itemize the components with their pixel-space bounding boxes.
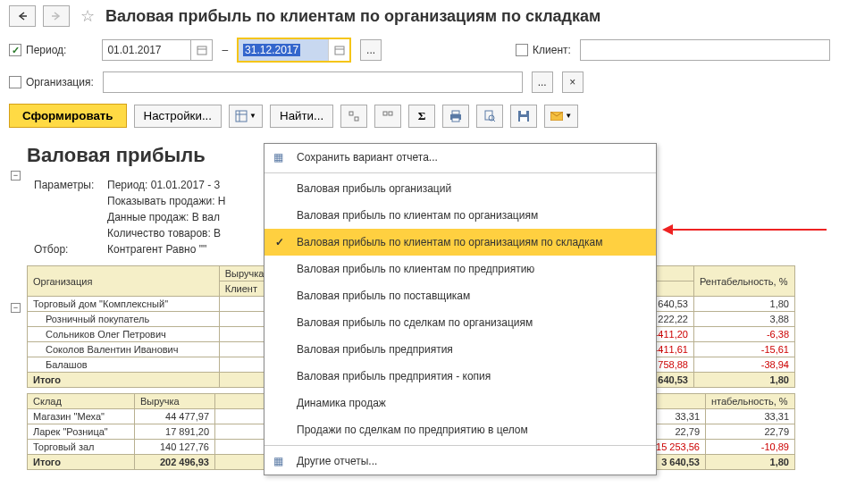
svg-rect-4 [335, 46, 344, 55]
svg-rect-2 [197, 46, 206, 55]
menu-report-variant[interactable]: Валовая прибыль по клиентам по предприят… [264, 256, 656, 282]
org-label: Организация: [26, 76, 94, 88]
date-separator: – [222, 44, 228, 56]
org-input[interactable] [103, 71, 523, 93]
menu-report-variant[interactable]: Валовая прибыль организаций [264, 175, 656, 202]
date-from-calendar-button[interactable] [191, 39, 213, 61]
org-select-button[interactable]: ... [532, 71, 553, 93]
collapse-button[interactable] [374, 105, 401, 128]
report-variant-menu: Сохранить вариант отчета... Валовая приб… [264, 143, 657, 470]
svg-rect-12 [389, 112, 392, 115]
menu-report-variant[interactable]: Валовая прибыль по поставщикам [264, 282, 656, 309]
menu-save-variant[interactable]: Сохранить вариант отчета... [264, 144, 656, 171]
org-checkbox[interactable] [9, 76, 21, 88]
favorite-star-icon[interactable]: ☆ [80, 6, 95, 26]
magnifier-page-icon [483, 110, 496, 122]
chevron-down-icon: ▼ [565, 112, 572, 120]
col-profit: Рентабельность, % [693, 266, 794, 297]
period-checkbox[interactable] [9, 44, 21, 56]
menu-report-variant[interactable]: Валовая прибыль по клиентам по организац… [264, 202, 656, 229]
menu-report-variant[interactable]: Динамика продаж [264, 390, 656, 416]
report-variant-dropdown-button[interactable]: ▼ [229, 105, 263, 128]
arrow-left-icon [17, 12, 28, 21]
client-input[interactable] [580, 39, 830, 61]
col-warehouse: Склад [28, 394, 135, 409]
table-icon [235, 110, 248, 122]
date-from-input[interactable]: 01.01.2017 [102, 39, 191, 61]
col-organization: Организация [28, 266, 220, 297]
menu-separator [264, 445, 656, 446]
svg-rect-6 [236, 111, 247, 122]
collapse-rows-icon [382, 110, 394, 122]
settings-button[interactable]: Настройки... [134, 105, 222, 128]
calendar-icon [197, 45, 207, 55]
find-button[interactable]: Найти... [270, 105, 333, 128]
period-select-button[interactable]: ... [360, 39, 382, 61]
menu-report-variant[interactable]: Валовая прибыль по сделкам по организаци… [264, 309, 656, 336]
col-profit: нтабельность, % [706, 394, 795, 409]
menu-report-variant[interactable]: Продажи по сделкам по предприятию в цело… [264, 416, 656, 443]
svg-rect-9 [349, 112, 353, 115]
print-button[interactable] [442, 105, 469, 128]
period-label: Период: [26, 44, 66, 56]
client-checkbox[interactable] [516, 44, 528, 56]
svg-rect-10 [355, 117, 358, 121]
chevron-down-icon: ▼ [249, 112, 256, 120]
nav-forward-button[interactable] [43, 5, 70, 27]
client-label: Клиент: [533, 44, 571, 56]
expand-rows-icon [348, 110, 360, 122]
col-revenue: Выручка [135, 394, 215, 409]
page-title: Валовая прибыль по клиентам по организац… [105, 7, 600, 26]
menu-separator [264, 172, 656, 173]
save-button[interactable] [510, 105, 537, 128]
generate-button[interactable]: Сформировать [9, 104, 127, 128]
svg-rect-20 [520, 117, 527, 122]
date-to-calendar-button[interactable] [328, 39, 349, 61]
preview-button[interactable] [476, 105, 503, 128]
sigma-icon: Σ [418, 109, 426, 123]
menu-other-reports[interactable]: Другие отчеты... [264, 448, 656, 470]
arrow-right-icon [51, 12, 62, 21]
svg-rect-21 [521, 111, 526, 114]
date-to-input[interactable]: 31.12.2017 [239, 39, 328, 61]
org-clear-button[interactable]: × [562, 71, 584, 93]
svg-rect-15 [452, 118, 459, 122]
svg-rect-11 [383, 112, 387, 115]
floppy-icon [517, 110, 530, 122]
printer-icon [449, 110, 462, 122]
svg-line-18 [493, 120, 495, 122]
report-parameters: Параметры:Период: 01.01.2017 - 3 Показыв… [27, 176, 233, 258]
menu-report-variant[interactable]: Валовая прибыль предприятия - копия [264, 363, 656, 390]
nav-back-button[interactable] [9, 5, 36, 27]
email-dropdown-button[interactable]: ▼ [544, 105, 578, 128]
expand-button[interactable] [340, 105, 367, 128]
tree-collapse-button[interactable]: − [11, 303, 21, 313]
calendar-icon [334, 45, 345, 55]
menu-report-variant[interactable]: Валовая прибыль по клиентам по организац… [264, 229, 656, 256]
svg-rect-13 [452, 111, 459, 114]
menu-report-variant[interactable]: Валовая прибыль предприятия [264, 336, 656, 363]
envelope-icon [550, 112, 563, 121]
sum-button[interactable]: Σ [408, 105, 435, 128]
tree-collapse-button[interactable]: − [11, 171, 21, 181]
